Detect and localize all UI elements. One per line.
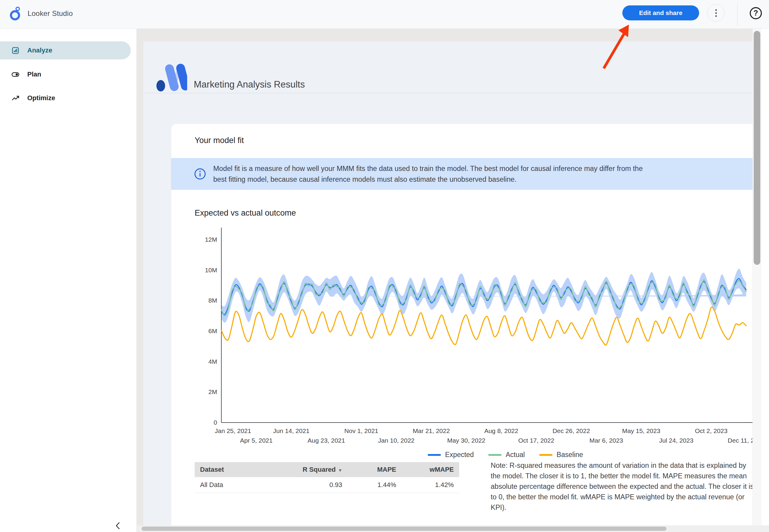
model-fit-table: Dataset R Squared▼ MAPE wMAPE All Data 0… [195, 462, 459, 525]
col-wmape[interactable]: wMAPE [402, 462, 459, 477]
help-icon: ? [749, 7, 762, 20]
x-axis-tick-label: Oct 2, 2023 [695, 427, 728, 434]
x-axis-tick-label: May 30, 2022 [447, 437, 485, 444]
looker-studio-brand: Looker Studio [8, 6, 73, 21]
header-divider [143, 93, 753, 93]
cell-mape: 1.44% [348, 477, 402, 493]
kebab-menu-icon [715, 9, 717, 17]
edit-and-share-button[interactable]: Edit and share [622, 5, 699, 20]
trending-up-icon [11, 94, 19, 102]
y-axis-tick-label: 4M [208, 358, 217, 365]
x-axis-tick-label: Dec 11, 2023 [728, 437, 753, 444]
svg-text:?: ? [753, 9, 758, 17]
y-axis-tick-label: 2M [208, 388, 217, 395]
legend-item-baseline: Baseline [539, 451, 583, 459]
baseline-swatch [539, 454, 552, 456]
sidebar-item-analyze[interactable]: Analyze [0, 41, 131, 59]
sort-desc-icon: ▼ [338, 468, 342, 473]
more-options-button[interactable] [707, 4, 725, 22]
legend-label: Expected [445, 451, 474, 459]
meridian-logo-icon [156, 61, 187, 92]
metrics-note: Note: R-squared measures the amount of v… [491, 460, 753, 513]
x-axis-tick-label: Jul 24, 2023 [659, 437, 693, 444]
x-axis-tick-label: Aug 23, 2021 [308, 437, 345, 444]
legend-item-actual: Actual [488, 451, 525, 459]
expected-swatch [428, 454, 441, 456]
top-app-bar: Looker Studio Edit and share ? [0, 0, 769, 29]
x-axis-tick-label: Jan 25, 2021 [215, 427, 251, 434]
legend-item-expected: Expected [428, 451, 474, 459]
x-axis-tick-label: Dec 26, 2022 [552, 427, 590, 434]
cell-wmape: 1.42% [402, 477, 459, 493]
vertical-scrollbar[interactable] [753, 29, 762, 532]
legend-label: Baseline [557, 451, 583, 459]
y-axis-tick-label: 0 [214, 419, 217, 426]
x-axis-tick-label: Jun 14, 2021 [273, 427, 310, 434]
x-axis-tick-label: Apr 5, 2021 [240, 437, 273, 444]
horizontal-scrollbar-thumb[interactable] [142, 527, 666, 531]
table-empty-area [195, 493, 459, 525]
col-r-squared[interactable]: R Squared▼ [270, 462, 348, 477]
line-chart-svg: 02M4M6M8M10M12MJan 25, 2021Apr 5, 2021Ju… [183, 225, 753, 461]
x-axis-tick-label: Nov 1, 2021 [344, 427, 378, 434]
card-title: Your model fit [195, 136, 244, 145]
toggle-icon [11, 70, 19, 79]
table-row: All Data 0.93 1.44% 1.42% [195, 477, 459, 493]
model-fit-card: Your model fit Model fit is a measure of… [171, 124, 753, 525]
expected-vs-actual-chart: 02M4M6M8M10M12MJan 25, 2021Apr 5, 2021Ju… [183, 225, 753, 461]
x-axis-tick-label: Mar 6, 2023 [589, 437, 623, 444]
horizontal-scrollbar[interactable] [137, 525, 769, 532]
looker-studio-logo-icon [8, 6, 22, 21]
cell-dataset: All Data [195, 477, 270, 493]
cell-r-squared: 0.93 [270, 477, 348, 493]
report-title: Marketing Analysis Results [194, 79, 305, 90]
info-icon [194, 168, 206, 180]
chart-section-title: Expected vs actual outcome [195, 208, 296, 218]
table-header-row: Dataset R Squared▼ MAPE wMAPE [195, 462, 459, 477]
chevron-left-icon [114, 521, 123, 531]
x-axis-tick-label: Oct 17, 2022 [518, 437, 554, 444]
app-title: Looker Studio [28, 9, 73, 18]
y-axis-tick-label: 12M [205, 236, 217, 243]
sidebar-item-label: Plan [27, 70, 41, 78]
report-page: Marketing Analysis Results Your model fi… [143, 41, 753, 525]
bar-chart-icon [11, 46, 19, 55]
x-axis-tick-label: May 15, 2023 [622, 427, 660, 434]
vertical-scrollbar-thumb[interactable] [754, 31, 760, 265]
sidebar-item-plan[interactable]: Plan [0, 65, 131, 83]
info-banner-text: Model fit is a measure of how well your … [213, 163, 648, 185]
col-mape[interactable]: MAPE [348, 462, 402, 477]
report-header: Marketing Analysis Results [143, 41, 753, 93]
actual-swatch [488, 454, 501, 456]
topbar-divider [737, 3, 738, 26]
right-gutter [762, 29, 769, 532]
y-axis-tick-label: 6M [208, 327, 217, 334]
x-axis-tick-label: Jan 10, 2022 [378, 437, 414, 444]
app-window: Looker Studio Edit and share ? Analyz [0, 0, 769, 532]
sidebar-item-label: Optimize [27, 94, 55, 102]
baseline-line [221, 307, 746, 345]
sidebar-item-label: Analyze [27, 46, 52, 54]
sidebar-nav: Analyze Plan Optimize [0, 29, 137, 532]
confidence-band [183, 269, 746, 323]
x-axis-tick-label: Mar 21, 2022 [413, 427, 450, 434]
y-axis-tick-label: 8M [208, 297, 217, 304]
collapse-sidebar-button[interactable] [112, 519, 125, 532]
x-axis-tick-label: Aug 8, 2022 [484, 427, 518, 434]
sidebar-item-optimize[interactable]: Optimize [0, 89, 131, 107]
info-banner: Model fit is a measure of how well your … [171, 158, 753, 190]
col-dataset[interactable]: Dataset [195, 462, 270, 477]
chart-legend: Expected Actual Baseline [428, 451, 583, 459]
y-axis-tick-label: 10M [205, 267, 217, 273]
legend-label: Actual [506, 451, 525, 459]
help-button[interactable]: ? [749, 7, 762, 20]
